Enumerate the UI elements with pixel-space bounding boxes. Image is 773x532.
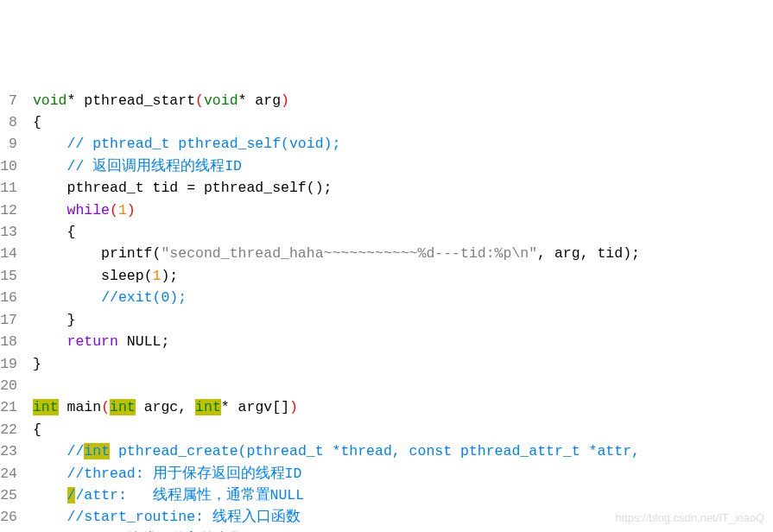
code-token: arg	[546, 245, 580, 262]
code-token	[24, 158, 67, 174]
line-code: {	[24, 221, 773, 243]
code-token: (	[101, 399, 110, 415]
line-code: {	[24, 111, 773, 133]
code-token: )	[281, 92, 289, 109]
code-line: 14 printf("second_thread_haha~~~~~~~~~~~…	[0, 243, 773, 264]
code-block: 7 void* pthread_start(void* arg)8 {9 // …	[0, 90, 773, 532]
code-token: }	[24, 356, 41, 372]
line-code: while(1)	[24, 200, 773, 221]
code-token: * arg	[238, 92, 282, 109]
code-line: 25 //attr: 线程属性，通常置NULL	[0, 484, 773, 506]
code-token: ,	[178, 399, 187, 415]
line-number: 23	[0, 440, 24, 462]
code-token: ();	[307, 180, 333, 196]
code-token	[24, 289, 101, 306]
code-token: )	[289, 399, 298, 415]
code-token: )	[127, 202, 136, 218]
watermark-text: https://blog.csdn.net/IT_xiaoQ	[615, 510, 764, 527]
code-line: 23 //int pthread_create(pthread_t *threa…	[0, 440, 773, 462]
line-number: 27	[0, 529, 24, 532]
line-number: 7	[0, 90, 24, 111]
code-line: 21 int main(int argc, int* argv[])	[0, 396, 773, 418]
line-code	[24, 375, 773, 396]
line-code: // pthread_t pthread_self(void);	[24, 133, 773, 155]
line-code: int main(int argc, int* argv[])	[24, 396, 773, 418]
code-token: pthread_self	[195, 180, 307, 196]
code-token	[24, 487, 67, 504]
code-token: pthread_t tid	[24, 180, 187, 196]
code-token: while	[67, 202, 111, 218]
code-token: =	[187, 180, 195, 196]
line-code: //thread: 用于保存返回的线程ID	[24, 463, 773, 484]
code-token: );	[623, 245, 640, 262]
code-token: );	[161, 268, 178, 284]
line-code: //int pthread_create(pthread_t *thread, …	[24, 440, 773, 462]
code-token: NULL	[127, 333, 162, 350]
line-code: //exit(0);	[24, 287, 773, 308]
code-token: (	[110, 202, 118, 218]
code-token	[24, 466, 67, 482]
line-code: void* pthread_start(void* arg)	[24, 90, 773, 111]
code-token: //thread: 用于保存返回的线程ID	[67, 466, 302, 482]
code-token: tid	[589, 245, 624, 262]
code-token	[24, 92, 33, 109]
code-line: 7 void* pthread_start(void* arg)	[0, 90, 773, 111]
code-line: 15 sleep(1);	[0, 265, 773, 287]
code-token: return	[67, 333, 118, 350]
code-line: 20	[0, 375, 773, 396]
code-line: 18 return NULL;	[0, 331, 773, 352]
line-number: 21	[0, 396, 24, 418]
code-token: 1	[153, 268, 162, 284]
code-line: 22 {	[0, 419, 773, 440]
line-number: 9	[0, 133, 24, 155]
code-token	[24, 136, 67, 152]
code-token: (	[153, 245, 162, 262]
code-line: 8 {	[0, 111, 773, 133]
code-token: int	[110, 399, 136, 415]
code-token: //exit(0);	[101, 289, 187, 306]
code-token: int	[33, 399, 59, 415]
line-number: 25	[0, 484, 24, 506]
code-token: {	[24, 114, 41, 130]
line-number: 24	[0, 463, 24, 484]
code-token: ,	[537, 245, 546, 262]
line-number: 19	[0, 353, 24, 375]
code-line: 27 //arg: 给线程传入的参数	[0, 529, 773, 532]
line-code: {	[24, 419, 773, 440]
line-number: 16	[0, 287, 24, 308]
code-token: void	[204, 92, 238, 109]
code-token: (	[195, 92, 204, 109]
code-token: {	[24, 224, 75, 240]
code-line: 17 }	[0, 309, 773, 331]
line-number: 20	[0, 375, 24, 396]
line-code: //attr: 线程属性，通常置NULL	[24, 484, 773, 506]
line-code: sleep(1);	[24, 265, 773, 287]
code-token	[24, 333, 67, 350]
line-code: }	[24, 309, 773, 331]
code-token: }	[24, 312, 75, 328]
code-token: pthread_create(pthread_t *thread, const …	[110, 443, 640, 459]
line-code: //arg: 给线程传入的参数	[24, 529, 773, 532]
code-token: ,	[580, 245, 589, 262]
code-token: //start_routine: 线程入口函数	[67, 509, 301, 525]
code-token: * argv	[221, 399, 272, 415]
code-token	[24, 443, 67, 459]
line-code: // 返回调用线程的线程ID	[24, 155, 773, 177]
code-token	[24, 399, 33, 415]
code-line: 12 while(1)	[0, 200, 773, 221]
code-token: /	[67, 487, 76, 504]
code-token: sleep	[24, 268, 144, 284]
line-number: 17	[0, 309, 24, 331]
line-code: printf("second_thread_haha~~~~~~~~~~~%d-…	[24, 243, 773, 264]
line-code: return NULL;	[24, 331, 773, 352]
code-token: "second_thread_haha~~~~~~~~~~~%d---tid:%…	[161, 245, 537, 262]
code-token: []	[272, 399, 289, 415]
line-number: 10	[0, 155, 24, 177]
code-token: * pthread_start	[67, 92, 196, 109]
code-line: 13 {	[0, 221, 773, 243]
code-token: // pthread_t pthread_self(void);	[67, 136, 341, 152]
line-number: 13	[0, 221, 24, 243]
code-token: 1	[118, 202, 127, 218]
code-token: int	[195, 399, 221, 415]
code-token: /attr: 线程属性，通常置NULL	[75, 487, 304, 504]
